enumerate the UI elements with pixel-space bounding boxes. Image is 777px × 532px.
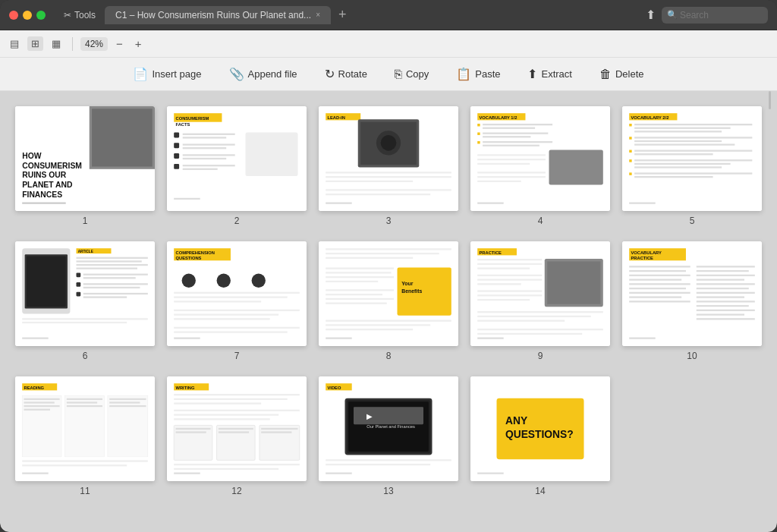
svg-rect-195 bbox=[24, 405, 60, 407]
svg-rect-223 bbox=[261, 431, 291, 433]
page-thumb-5[interactable]: VOCABULARY 2/2 bbox=[622, 106, 762, 211]
page-item-7[interactable]: COMPREHENSION QUESTIONS bbox=[167, 241, 307, 361]
svg-rect-91 bbox=[77, 264, 148, 266]
svg-rect-55 bbox=[477, 159, 546, 160]
svg-rect-165 bbox=[629, 270, 686, 272]
rotate-button[interactable]: ↻ Rotate bbox=[320, 64, 372, 84]
grid-view-button[interactable]: ⊞ bbox=[27, 36, 43, 51]
svg-rect-212 bbox=[174, 410, 300, 411]
svg-rect-152 bbox=[477, 294, 542, 296]
share-button[interactable]: ⬆ bbox=[646, 8, 656, 22]
tools-button[interactable]: ✂ Tools bbox=[58, 7, 102, 24]
svg-rect-9 bbox=[22, 203, 65, 204]
svg-rect-54 bbox=[477, 154, 546, 156]
page-item-9[interactable]: PRACTICE bbox=[470, 241, 610, 361]
page-thumb-3[interactable]: LEAD-IN bbox=[319, 106, 458, 211]
svg-rect-173 bbox=[697, 266, 755, 267]
page-item-1[interactable]: HOW CONSUMERISM RUINS OUR PLANET AND FIN… bbox=[15, 106, 155, 226]
svg-rect-146 bbox=[477, 263, 542, 265]
svg-rect-49 bbox=[483, 136, 530, 137]
svg-text:QUESTIONS?: QUESTIONS? bbox=[505, 429, 574, 440]
svg-rect-104 bbox=[22, 338, 49, 339]
panel-view-button[interactable]: ▦ bbox=[48, 36, 64, 51]
page-thumb-8[interactable]: Your Benefits bbox=[319, 241, 458, 346]
delete-button[interactable]: 🗑 Delete bbox=[595, 65, 649, 84]
svg-point-109 bbox=[182, 274, 196, 288]
page-number-2: 2 bbox=[234, 216, 240, 226]
page-item-12[interactable]: WRITING bbox=[167, 376, 307, 496]
page-thumb-1[interactable]: HOW CONSUMERISM RUINS OUR PLANET AND FIN… bbox=[15, 106, 155, 211]
page-item-10[interactable]: VOCABULARY PRACTICE bbox=[622, 241, 762, 361]
active-tab[interactable]: C1 – How Consumerism Ruins Our Planet an… bbox=[105, 6, 331, 24]
svg-rect-155 bbox=[477, 316, 591, 317]
svg-rect-218 bbox=[176, 428, 211, 430]
svg-rect-171 bbox=[629, 296, 681, 297]
paste-icon: 📋 bbox=[456, 67, 471, 81]
page-thumb-11[interactable]: READING bbox=[15, 376, 155, 481]
page-number-12: 12 bbox=[231, 486, 241, 496]
svg-rect-46 bbox=[483, 127, 535, 129]
svg-rect-94 bbox=[83, 274, 148, 275]
new-tab-button[interactable]: + bbox=[334, 7, 351, 23]
copy-label: Copy bbox=[406, 68, 429, 80]
svg-rect-172 bbox=[629, 301, 690, 302]
page-item-4[interactable]: VOCABULARY 1/2 bbox=[470, 106, 610, 226]
page-thumb-12[interactable]: WRITING bbox=[167, 376, 307, 481]
append-file-button[interactable]: 📎 Append file bbox=[225, 64, 302, 84]
page-thumb-10[interactable]: VOCABULARY PRACTICE bbox=[622, 241, 762, 346]
svg-rect-26 bbox=[246, 133, 298, 177]
zoom-out-button[interactable]: − bbox=[112, 36, 127, 52]
paste-button[interactable]: 📋 Paste bbox=[451, 64, 505, 84]
extract-icon: ⬆ bbox=[527, 67, 537, 81]
page-item-3[interactable]: LEAD-IN 3 bbox=[319, 106, 458, 226]
extract-button[interactable]: ⬆ Extract bbox=[523, 64, 576, 84]
svg-rect-20 bbox=[174, 153, 179, 159]
page-item-13[interactable]: VIDEO How Consumerism Ruins Our Planet a… bbox=[319, 376, 458, 496]
page-thumb-13[interactable]: VIDEO How Consumerism Ruins Our Planet a… bbox=[319, 376, 458, 481]
page-number-10: 10 bbox=[687, 351, 697, 361]
svg-rect-193 bbox=[24, 398, 60, 400]
page-item-2[interactable]: CONSUMERISM FACTS bbox=[167, 106, 307, 226]
svg-text:VOCABULARY 2/2: VOCABULARY 2/2 bbox=[631, 115, 669, 120]
svg-rect-196 bbox=[24, 409, 51, 411]
page-thumb-7[interactable]: COMPREHENSION QUESTIONS bbox=[167, 241, 307, 346]
svg-rect-57 bbox=[477, 172, 546, 173]
page-item-11[interactable]: READING bbox=[15, 376, 155, 496]
tab-title: C1 – How Consumerism Ruins Our Planet an… bbox=[115, 10, 311, 20]
svg-rect-100 bbox=[83, 293, 148, 294]
svg-rect-53 bbox=[549, 150, 603, 185]
page-thumb-14[interactable]: ANY QUESTIONS? bbox=[470, 376, 610, 481]
svg-point-111 bbox=[252, 274, 266, 288]
insert-page-button[interactable]: 📄 Insert page bbox=[128, 64, 206, 84]
page-item-6[interactable]: ARTICLE bbox=[15, 241, 155, 361]
tab-close-button[interactable]: × bbox=[316, 11, 320, 19]
zoom-in-button[interactable]: + bbox=[131, 36, 146, 52]
svg-text:RUINS OUR: RUINS OUR bbox=[22, 171, 67, 179]
page-item-5[interactable]: VOCABULARY 2/2 bbox=[622, 106, 762, 226]
maximize-button[interactable] bbox=[36, 11, 46, 20]
page-thumb-6[interactable]: ARTICLE bbox=[15, 241, 155, 346]
page-number-5: 5 bbox=[690, 216, 695, 226]
page-thumb-4[interactable]: VOCABULARY 1/2 bbox=[470, 106, 610, 211]
svg-rect-235 bbox=[354, 407, 423, 424]
pages-content-area[interactable]: HOW CONSUMERISM RUINS OUR PLANET AND FIN… bbox=[0, 91, 777, 532]
svg-rect-59 bbox=[477, 181, 521, 182]
page-item-8[interactable]: Your Benefits bbox=[319, 241, 458, 361]
page-item-14[interactable]: ANY QUESTIONS? 14 bbox=[470, 376, 610, 496]
svg-point-34 bbox=[381, 135, 397, 151]
sidebar-toggle-button[interactable]: ▤ bbox=[6, 36, 23, 51]
zoom-level[interactable]: 42% bbox=[80, 37, 108, 51]
page-thumb-2[interactable]: CONSUMERISM FACTS bbox=[167, 106, 307, 211]
svg-text:Our Planet and Finances: Our Planet and Finances bbox=[366, 424, 415, 429]
svg-text:VOCABULARY: VOCABULARY bbox=[631, 250, 662, 255]
svg-rect-19 bbox=[183, 147, 227, 149]
copy-button[interactable]: ⎘ Copy bbox=[390, 65, 433, 84]
tools-icon: ✂ bbox=[64, 10, 71, 20]
svg-rect-148 bbox=[477, 275, 542, 276]
close-button[interactable] bbox=[9, 11, 18, 20]
svg-text:COMPREHENSION: COMPREHENSION bbox=[176, 250, 215, 255]
svg-rect-214 bbox=[174, 418, 270, 420]
search-input[interactable] bbox=[662, 7, 768, 24]
page-thumb-9[interactable]: PRACTICE bbox=[470, 241, 610, 346]
minimize-button[interactable] bbox=[23, 11, 32, 20]
